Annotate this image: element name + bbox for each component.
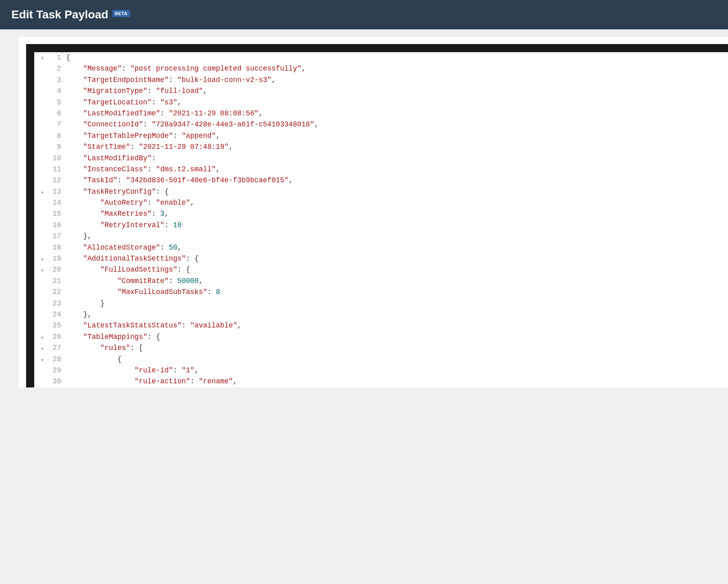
code-line[interactable]: "MaxFullLoadSubTasks": 8	[66, 287, 728, 298]
code-line[interactable]: "AllocatedStorage": 50,	[66, 242, 728, 253]
line-number: 18	[51, 242, 61, 253]
chevron-down-icon[interactable]: ▼	[34, 254, 51, 265]
code-line[interactable]: "Message": "post processing completed su…	[66, 63, 728, 74]
line-number: 17	[51, 231, 61, 242]
line-number: 30	[51, 376, 61, 387]
fold-marker	[34, 242, 51, 253]
code-line[interactable]: "LastModifiedBy":	[66, 153, 728, 164]
fold-marker	[34, 365, 51, 376]
line-number: 3	[51, 75, 61, 86]
chevron-down-icon[interactable]: ▼	[34, 53, 51, 64]
fold-marker	[34, 142, 51, 153]
chevron-down-icon[interactable]: ▼	[34, 188, 51, 199]
editor-frame: ▼▼▼▼▼▼▼ 12345678910111213141516171819202…	[26, 44, 728, 387]
code-line[interactable]: "LatestTaskStatsStatus": "available",	[66, 320, 728, 331]
fold-marker	[34, 63, 51, 74]
line-number: 8	[51, 131, 61, 142]
fold-marker	[34, 108, 51, 119]
fold-marker	[34, 164, 51, 175]
fold-marker	[34, 231, 51, 242]
chevron-down-icon[interactable]: ▼	[34, 333, 51, 344]
line-number: 4	[51, 86, 61, 97]
fold-marker[interactable]: ▼	[34, 343, 51, 354]
code-line[interactable]: "TargetTablePrepMode": "append",	[66, 131, 728, 142]
line-number: 27	[51, 343, 61, 354]
line-number: 14	[51, 197, 61, 208]
code-line[interactable]: "AutoRetry": "enable",	[66, 197, 728, 208]
fold-marker[interactable]: ▼	[34, 264, 51, 275]
code-line[interactable]: {	[66, 354, 728, 365]
fold-marker	[34, 309, 51, 320]
fold-marker	[34, 119, 51, 130]
line-number: 15	[51, 208, 61, 219]
chevron-down-icon[interactable]: ▼	[34, 265, 51, 277]
fold-marker	[34, 276, 51, 287]
code-line[interactable]: }	[66, 298, 728, 309]
fold-marker[interactable]: ▼	[34, 186, 51, 197]
json-editor[interactable]: ▼▼▼▼▼▼▼ 12345678910111213141516171819202…	[34, 52, 728, 387]
page-title: Edit Task Payload	[11, 8, 108, 21]
line-number: 22	[51, 287, 61, 298]
fold-marker	[34, 131, 51, 142]
code-line[interactable]: "RetryInterval": 10	[66, 220, 728, 231]
line-number: 5	[51, 97, 61, 108]
code-line[interactable]: "TaskId": "342bd836-501f-40e6-bf4e-f3b9b…	[66, 175, 728, 186]
code-line[interactable]: },	[66, 231, 728, 242]
line-number: 28	[51, 354, 61, 365]
code-line[interactable]: {	[66, 52, 728, 63]
fold-marker	[34, 208, 51, 219]
line-number-column: 1234567891011121314151617181920212223242…	[51, 52, 64, 387]
line-number: 2	[51, 63, 61, 74]
line-number: 19	[51, 253, 61, 264]
page-header: Edit Task Payload BETA	[0, 0, 728, 29]
line-number: 20	[51, 264, 61, 275]
code-line[interactable]: "TargetEndpointName": "bulk-load-conn-v2…	[66, 75, 728, 86]
code-line[interactable]: "rule-id": "1",	[66, 365, 728, 376]
fold-marker	[34, 86, 51, 97]
line-number: 25	[51, 320, 61, 331]
line-number: 7	[51, 119, 61, 130]
code-line[interactable]: "LastModifiedTime": "2021-11-29 08:08:56…	[66, 108, 728, 119]
code-line[interactable]: "MigrationType": "full-load",	[66, 86, 728, 97]
fold-marker	[34, 220, 51, 231]
line-number: 6	[51, 108, 61, 119]
code-line[interactable]: "AdditionalTaskSettings": {	[66, 253, 728, 264]
fold-marker[interactable]: ▼	[34, 52, 51, 63]
fold-marker	[34, 197, 51, 208]
code-line[interactable]: "StartTime": "2021-11-29 07:48:19",	[66, 142, 728, 153]
fold-column: ▼▼▼▼▼▼▼	[34, 52, 51, 387]
fold-marker[interactable]: ▼	[34, 332, 51, 343]
fold-marker[interactable]: ▼	[34, 354, 51, 365]
fold-marker	[34, 153, 51, 164]
line-number: 24	[51, 309, 61, 320]
line-number: 21	[51, 276, 61, 287]
code-content[interactable]: { "Message": "post processing completed …	[64, 52, 728, 387]
code-line[interactable]: "TargetLocation": "s3",	[66, 97, 728, 108]
code-line[interactable]: },	[66, 309, 728, 320]
chevron-down-icon[interactable]: ▼	[34, 355, 51, 366]
beta-badge: BETA	[113, 10, 130, 17]
code-line[interactable]: "TaskRetryConfig": {	[66, 186, 728, 197]
line-number: 12	[51, 175, 61, 186]
code-line[interactable]: "CommitRate": 50000,	[66, 276, 728, 287]
fold-marker	[34, 320, 51, 331]
code-line[interactable]: "FullLoadSettings": {	[66, 264, 728, 275]
fold-marker	[34, 75, 51, 86]
editor-outer-container: ▼▼▼▼▼▼▼ 12345678910111213141516171819202…	[19, 37, 728, 387]
line-number: 10	[51, 153, 61, 164]
line-number: 26	[51, 332, 61, 343]
line-number: 9	[51, 142, 61, 153]
code-line[interactable]: "ConnectionId": "728a9347-428e-44e3-a61f…	[66, 119, 728, 130]
fold-marker[interactable]: ▼	[34, 253, 51, 264]
code-line[interactable]: "MaxRetries": 3,	[66, 208, 728, 219]
code-line[interactable]: "InstanceClass": "dms.t2.small",	[66, 164, 728, 175]
code-line[interactable]: "rule-action": "rename",	[66, 376, 728, 387]
code-line[interactable]: "TableMappings": {	[66, 332, 728, 343]
chevron-down-icon[interactable]: ▼	[34, 344, 51, 355]
fold-marker	[34, 287, 51, 298]
fold-marker	[34, 376, 51, 387]
line-number: 23	[51, 298, 61, 309]
fold-marker	[34, 298, 51, 309]
line-number: 29	[51, 365, 61, 376]
code-line[interactable]: "rules": [	[66, 343, 728, 354]
